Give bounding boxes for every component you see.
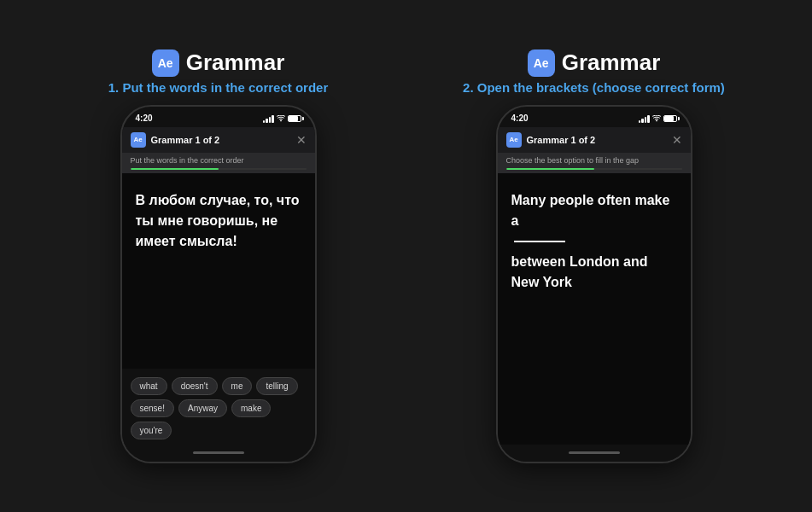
status-icons-2: [639, 114, 677, 123]
progress-line-2: [506, 168, 682, 170]
gap-blank[interactable]: [514, 241, 565, 242]
battery-icon-2: [663, 115, 677, 122]
text-before-gap: Many people often make a: [511, 193, 670, 228]
signal-bar-2-2: [641, 119, 644, 123]
app-header-icon-1: Ae: [131, 132, 146, 148]
chip-what[interactable]: what: [131, 377, 167, 395]
battery-icon-1: [288, 115, 301, 122]
signal-bars-2: [639, 114, 650, 123]
app-header-title-1: Grammar 1 of 2: [151, 135, 220, 145]
app-title-row-2: Ae Grammar: [528, 49, 661, 77]
phone-2: 4:20: [496, 105, 692, 463]
signal-bar-2-3: [645, 117, 647, 123]
panel-1-subtitle: 1. Put the words in the correct order: [108, 80, 329, 95]
app-header-left-1: Ae Grammar 1 of 2: [131, 132, 220, 148]
panel-1: Ae Grammar 1. Put the words in the corre…: [48, 49, 389, 463]
progress-fill-1: [131, 168, 219, 170]
phone-1: 4:20: [120, 105, 317, 463]
wifi-icon-2: [652, 115, 661, 122]
chip-sense[interactable]: sense!: [131, 399, 174, 417]
app-name-2: Grammar: [562, 49, 661, 76]
panel-1-header: Ae Grammar 1. Put the words in the corre…: [108, 49, 329, 95]
page-wrapper: Ae Grammar 1. Put the words in the corre…: [0, 32, 812, 480]
signal-bar-1: [263, 120, 266, 123]
app-header-left-2: Ae Grammar 1 of 2: [506, 132, 596, 148]
battery-fill-1: [289, 116, 298, 121]
instruction-bar-1: Put the words in the correct order: [122, 153, 315, 173]
chip-telling[interactable]: telling: [256, 377, 297, 395]
signal-bar-4: [272, 115, 274, 123]
app-icon-2: Ae: [528, 49, 555, 77]
chip-me[interactable]: me: [222, 377, 253, 395]
app-icon-1: Ae: [152, 49, 179, 77]
instruction-text-2: Choose the best option to fill in the ga…: [506, 156, 682, 165]
progress-fill-2: [506, 168, 594, 170]
text-after-gap: between London and New York: [511, 254, 648, 289]
app-name-1: Grammar: [186, 49, 285, 76]
signal-bars-1: [263, 114, 274, 123]
app-header-1: Ae Grammar 1 of 2 ✕: [122, 127, 315, 153]
svg-point-0: [280, 119, 282, 121]
chip-doesnt[interactable]: doesn't: [172, 377, 218, 395]
phone-content-2: Many people often make a between London …: [498, 173, 691, 445]
status-time-2: 4:20: [511, 113, 529, 123]
home-bar-1: [193, 451, 244, 454]
chip-youre[interactable]: you're: [131, 422, 172, 439]
phone-content-1: В любом случае, то, что ты мне говоришь,…: [122, 173, 315, 369]
signal-bar-2-4: [647, 115, 650, 123]
app-title-row-1: Ae Grammar: [152, 49, 285, 77]
svg-point-1: [656, 119, 657, 121]
battery-fill-2: [664, 116, 674, 121]
gap-sentence: Many people often make a between London …: [511, 190, 677, 293]
app-header-2: Ae Grammar 1 of 2 ✕: [498, 127, 691, 153]
status-icons-1: [263, 114, 301, 123]
wifi-icon-1: [277, 115, 285, 122]
status-bar-2: 4:20: [498, 107, 691, 127]
close-button-1[interactable]: ✕: [296, 134, 307, 146]
status-bar-1: 4:20: [122, 107, 315, 127]
signal-bar-3: [269, 117, 272, 123]
close-button-2[interactable]: ✕: [672, 134, 682, 146]
panel-2-subtitle: 2. Open the brackets (choose correct for…: [463, 80, 725, 95]
app-header-title-2: Grammar 1 of 2: [527, 135, 596, 145]
main-text-1: В любом случае, то, что ты мне говоришь,…: [136, 190, 301, 252]
chip-make[interactable]: make: [231, 399, 271, 417]
progress-line-1: [131, 168, 307, 170]
panel-2: Ae Grammar 2. Open the brackets (choose …: [424, 49, 765, 463]
signal-bar-2-1: [639, 120, 641, 123]
app-header-icon-2: Ae: [506, 132, 522, 148]
chip-anyway[interactable]: Anyway: [178, 399, 227, 417]
home-indicator-2: [498, 445, 691, 462]
home-bar-2: [569, 451, 620, 454]
signal-bar-2: [266, 119, 268, 123]
panel-2-header: Ae Grammar 2. Open the brackets (choose …: [463, 49, 725, 95]
instruction-bar-2: Choose the best option to fill in the ga…: [498, 153, 691, 173]
instruction-text-1: Put the words in the correct order: [131, 156, 307, 165]
status-time-1: 4:20: [136, 113, 153, 123]
chips-area-1: what doesn't me telling sense! Anyway ma…: [122, 369, 315, 445]
home-indicator-1: [122, 445, 315, 462]
